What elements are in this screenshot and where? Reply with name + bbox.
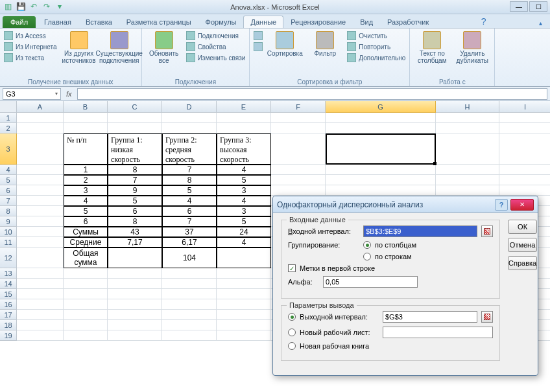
cell[interactable]: [17, 227, 64, 237]
cell[interactable]: [271, 185, 326, 196]
cell[interactable]: [326, 113, 436, 123]
dialog-help-button[interactable]: ?: [495, 199, 508, 211]
minimize-button[interactable]: —: [510, 1, 528, 12]
cell[interactable]: 43: [108, 227, 162, 237]
cell[interactable]: [217, 279, 271, 289]
ok-button[interactable]: ОК: [508, 220, 537, 234]
cell[interactable]: [108, 113, 162, 123]
from-web-button[interactable]: Из Интернета: [4, 42, 57, 51]
cell[interactable]: [17, 123, 64, 133]
cell[interactable]: [217, 123, 271, 133]
column-header[interactable]: G: [326, 101, 436, 113]
cell[interactable]: [162, 289, 217, 299]
cell[interactable]: [326, 175, 436, 185]
cell[interactable]: Группа 1: низкая скорость: [108, 133, 162, 165]
cell[interactable]: 5: [217, 216, 271, 227]
range-picker-button[interactable]: [481, 225, 493, 237]
cell[interactable]: 8: [108, 216, 162, 227]
from-other-sources-button[interactable]: Из других источников: [61, 30, 97, 64]
maximize-button[interactable]: ☐: [529, 1, 547, 12]
cell[interactable]: [217, 268, 271, 279]
cell[interactable]: 37: [162, 227, 217, 237]
output-range-field[interactable]: [383, 311, 477, 323]
sort-az-button[interactable]: [254, 31, 263, 40]
cell[interactable]: 5: [217, 175, 271, 185]
from-text-button[interactable]: Из текста: [4, 53, 57, 62]
row-header[interactable]: 12: [0, 248, 17, 268]
cell[interactable]: [17, 289, 64, 299]
cell[interactable]: 3: [217, 185, 271, 196]
cell[interactable]: [217, 248, 271, 268]
ribbon-tab[interactable]: Вставка: [78, 16, 119, 28]
remove-duplicates-button[interactable]: Удалить дубликаты: [454, 30, 490, 64]
formula-input[interactable]: [77, 88, 547, 100]
row-header[interactable]: 9: [0, 216, 17, 227]
cell[interactable]: [217, 113, 271, 123]
cell[interactable]: [64, 330, 108, 341]
cell[interactable]: [271, 133, 326, 165]
cell[interactable]: [17, 185, 64, 196]
fx-icon[interactable]: fx: [66, 90, 72, 98]
row-header[interactable]: 8: [0, 206, 17, 216]
cell[interactable]: [17, 175, 64, 185]
cell[interactable]: 9: [108, 185, 162, 196]
row-header[interactable]: 7: [0, 196, 17, 206]
cell[interactable]: [162, 123, 217, 133]
ribbon-tab[interactable]: Разработчик: [380, 16, 436, 28]
cell[interactable]: [17, 248, 64, 268]
select-all-corner[interactable]: [0, 101, 17, 113]
cell[interactable]: 4: [162, 196, 217, 206]
alpha-field[interactable]: [323, 276, 418, 288]
row-header[interactable]: 19: [0, 330, 17, 341]
cell[interactable]: [17, 113, 64, 123]
cell[interactable]: 4: [217, 196, 271, 206]
filter-button[interactable]: Фильтр: [307, 30, 343, 57]
cell[interactable]: Группа 3: высокая скорость: [217, 133, 271, 165]
cell[interactable]: [64, 299, 108, 310]
cell[interactable]: [499, 175, 550, 185]
cell[interactable]: 5: [108, 196, 162, 206]
cell[interactable]: 6: [108, 206, 162, 216]
help-button[interactable]: Справка: [508, 256, 537, 270]
cell[interactable]: 4: [217, 237, 271, 248]
column-header[interactable]: H: [436, 101, 499, 113]
row-header[interactable]: 6: [0, 185, 17, 196]
cell[interactable]: [108, 123, 162, 133]
redo-icon[interactable]: ↷: [42, 1, 52, 12]
cell[interactable]: [499, 123, 550, 133]
save-icon[interactable]: 💾: [16, 1, 26, 12]
dialog-close-button[interactable]: ✕: [510, 199, 534, 211]
cell[interactable]: 8: [108, 165, 162, 175]
from-access-button[interactable]: Из Access: [4, 31, 57, 40]
edit-links-button[interactable]: Изменить связи: [186, 53, 246, 62]
column-header[interactable]: B: [64, 101, 108, 113]
cancel-button[interactable]: Отмена: [508, 238, 537, 252]
cell[interactable]: Средние: [64, 237, 108, 248]
cell[interactable]: [326, 185, 436, 196]
by-columns-radio[interactable]: [363, 241, 371, 249]
cell[interactable]: [108, 310, 162, 320]
cell[interactable]: [108, 320, 162, 330]
ribbon-tab[interactable]: Главная: [37, 16, 78, 28]
ribbon-tab[interactable]: Данные: [243, 16, 283, 28]
connections-button[interactable]: Подключения: [186, 31, 246, 40]
cell[interactable]: [17, 320, 64, 330]
cell[interactable]: [217, 330, 271, 341]
cell[interactable]: [108, 248, 162, 268]
row-header[interactable]: 3: [0, 133, 17, 165]
cell[interactable]: Общая сумма: [64, 248, 108, 268]
row-header[interactable]: 15: [0, 289, 17, 299]
cell[interactable]: [271, 113, 326, 123]
cell[interactable]: [17, 310, 64, 320]
cell[interactable]: 2: [64, 175, 108, 185]
cell[interactable]: [217, 310, 271, 320]
cell[interactable]: [108, 289, 162, 299]
cell[interactable]: [64, 279, 108, 289]
cell[interactable]: [17, 196, 64, 206]
cell[interactable]: [436, 133, 499, 165]
text-to-columns-button[interactable]: Текст по столбцам: [414, 30, 450, 64]
cell[interactable]: [17, 237, 64, 248]
cell[interactable]: [499, 165, 550, 175]
cell[interactable]: [17, 330, 64, 341]
row-header[interactable]: 14: [0, 279, 17, 289]
